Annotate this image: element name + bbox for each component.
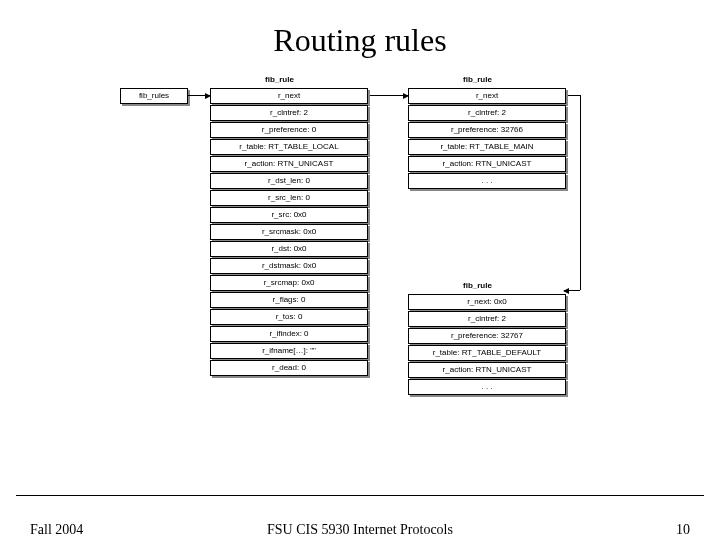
a-r-flags: r_flags: 0 [210,292,368,308]
b-r-preference: r_preference: 32766 [408,122,566,138]
a-r-tos: r_tos: 0 [210,309,368,325]
b-r-table: r_table: RT_TABLE_MAIN [408,139,566,155]
arrow-into-c [564,290,580,291]
a-r-clntref: r_clntref: 2 [210,105,368,121]
hdr-fib-rule-b: fib_rule [460,73,495,87]
c-r-table: r_table: RT_TABLE_DEFAULT [408,345,566,361]
b-r-next: r_next [408,88,566,104]
footer-page: 10 [676,522,690,538]
a-r-dstmask: r_dstmask: 0x0 [210,258,368,274]
a-r-src-len: r_src_len: 0 [210,190,368,206]
a-r-next: r_next [210,88,368,104]
b-r-clntref: r_clntref: 2 [408,105,566,121]
c-r-action: r_action: RTN_UNICAST [408,362,566,378]
a-r-src: r_src: 0x0 [210,207,368,223]
hdr-fib-rule-a: fib_rule [262,73,297,87]
c-r-next: r_next: 0x0 [408,294,566,310]
b-dots: . . . [408,173,566,189]
a-r-srcmask: r_srcmask: 0x0 [210,224,368,240]
c-dots: . . . [408,379,566,395]
a-r-dst: r_dst: 0x0 [210,241,368,257]
diagram: fib_rule fib_rule fib_rule fib_rules r_n… [0,69,720,449]
a-r-action: r_action: RTN_UNICAST [210,156,368,172]
c-r-preference: r_preference: 32767 [408,328,566,344]
a-r-preference: r_preference: 0 [210,122,368,138]
arrow-b-to-c-vert [580,95,581,290]
a-r-table: r_table: RT_TABLE_LOCAL [210,139,368,155]
a-r-ifname: r_ifname[…]: "" [210,343,368,359]
page-title: Routing rules [0,22,720,59]
hdr-fib-rule-c: fib_rule [460,279,495,293]
c-r-clntref: r_clntref: 2 [408,311,566,327]
footer-center: FSU CIS 5930 Internet Protocols [0,522,720,538]
box-fib-rules: fib_rules [120,88,188,104]
arrow-b-to-c-stub [564,95,580,96]
b-r-action: r_action: RTN_UNICAST [408,156,566,172]
footer-divider [16,495,704,496]
a-r-dst-len: r_dst_len: 0 [210,173,368,189]
a-r-ifindex: r_ifindex: 0 [210,326,368,342]
a-r-srcmap: r_srcmap: 0x0 [210,275,368,291]
arrow-a-to-b [366,95,408,96]
a-r-dead: r_dead: 0 [210,360,368,376]
arrow-rules-to-a [188,95,210,96]
